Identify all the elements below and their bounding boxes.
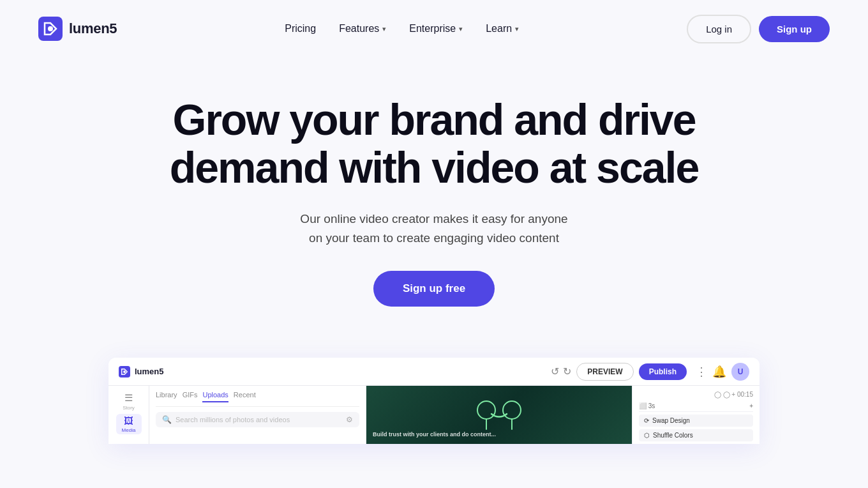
- shuffle-colors-button[interactable]: ⬡ Shuffle Colors: [639, 429, 753, 441]
- nav-actions: Log in Sign up: [687, 15, 830, 43]
- nav-link-enterprise[interactable]: Enterprise ▾: [409, 23, 463, 34]
- size-plus[interactable]: +: [749, 402, 753, 409]
- editor-body: ☰ Story 🖼 Media Library GIFs Uploads Rec…: [108, 386, 760, 444]
- enterprise-chevron-icon: ▾: [459, 25, 463, 33]
- logo-link[interactable]: lumen5: [38, 17, 117, 41]
- swap-design-button[interactable]: ⟳ Swap Design: [639, 415, 753, 427]
- media-label: Media: [122, 427, 136, 433]
- panel-search-bar[interactable]: 🔍 Search millions of photos and videos ⚙: [156, 412, 359, 427]
- editor-topbar: lumen5 ↺ ↻ PREVIEW Publish ⋮ 🔔 U: [108, 358, 760, 386]
- svg-point-5: [503, 401, 521, 419]
- shuffle-colors-label: Shuffle Colors: [653, 432, 693, 439]
- signup-button[interactable]: Sign up: [759, 16, 830, 42]
- svg-point-4: [477, 401, 495, 419]
- editor-time-display: ◯ ◯ + 00:15: [639, 391, 753, 398]
- search-placeholder-text: Search millions of photos and videos: [176, 416, 290, 423]
- story-label: Story: [123, 405, 135, 411]
- svg-point-1: [48, 26, 53, 31]
- swap-design-label: Swap Design: [652, 417, 690, 424]
- panel-tab-library[interactable]: Library: [156, 391, 177, 402]
- editor-notifications-icon[interactable]: 🔔: [712, 365, 726, 379]
- product-preview: lumen5 ↺ ↻ PREVIEW Publish ⋮ 🔔 U ☰ Story: [108, 358, 760, 444]
- nav-links: Pricing Features ▾ Enterprise ▾ Learn ▾: [285, 23, 519, 34]
- editor-canvas: Build trust with your clients and do con…: [366, 386, 632, 444]
- search-icon: 🔍: [162, 415, 172, 424]
- panel-tab-gifs[interactable]: GIFs: [183, 391, 198, 402]
- undo-button[interactable]: ↺: [551, 365, 559, 377]
- features-chevron-icon: ▾: [382, 25, 386, 33]
- canvas-handshake-illustration: [474, 397, 525, 432]
- redo-button[interactable]: ↻: [563, 365, 571, 377]
- sidebar-item-story[interactable]: ☰ Story: [116, 391, 142, 411]
- editor-media-panel: Library GIFs Uploads Recent 🔍 Search mil…: [149, 386, 366, 444]
- svg-point-3: [123, 370, 126, 373]
- panel-tab-recent[interactable]: Recent: [234, 391, 256, 402]
- swap-design-icon: ⟳: [644, 417, 649, 424]
- logo-text: lumen5: [69, 20, 117, 37]
- login-button[interactable]: Log in: [687, 15, 751, 43]
- canvas-content: Build trust with your clients and do con…: [366, 386, 632, 444]
- editor-logo-text: lumen5: [135, 367, 164, 376]
- editor-sidebar: ☰ Story 🖼 Media: [108, 386, 149, 444]
- sidebar-item-media[interactable]: 🖼 Media: [116, 414, 142, 434]
- learn-chevron-icon: ▾: [515, 25, 519, 33]
- hero-section: Grow your brand and drive demand with vi…: [0, 57, 868, 332]
- editor-right-panel: ◯ ◯ + 00:15 ⬜ 3s + ⟳ Swap Design ⬡ Shuff…: [632, 386, 760, 444]
- size-label: ⬜ 3s: [639, 402, 655, 409]
- right-panel-size-row: ⬜ 3s +: [639, 400, 753, 412]
- editor-more-options-icon[interactable]: ⋮: [696, 365, 707, 379]
- editor-actions: ↺ ↻ PREVIEW Publish ⋮ 🔔 U: [551, 363, 749, 381]
- editor-user-avatar[interactable]: U: [731, 363, 749, 381]
- filter-icon[interactable]: ⚙: [346, 415, 353, 424]
- shuffle-colors-icon: ⬡: [644, 432, 650, 439]
- editor-publish-button[interactable]: Publish: [639, 363, 687, 380]
- undo-redo-group: ↺ ↻: [551, 365, 571, 377]
- panel-tabs: Library GIFs Uploads Recent: [156, 391, 359, 407]
- product-preview-wrap: lumen5 ↺ ↻ PREVIEW Publish ⋮ 🔔 U ☰ Story: [0, 332, 868, 444]
- nav-link-features[interactable]: Features ▾: [339, 23, 386, 34]
- hero-subtext: Our online video creator makes it easy f…: [243, 210, 625, 248]
- nav-link-pricing[interactable]: Pricing: [285, 23, 316, 34]
- logo-icon: [38, 17, 63, 41]
- cta-button[interactable]: Sign up free: [373, 271, 495, 307]
- editor-logo-icon: [119, 366, 130, 377]
- nav-link-learn[interactable]: Learn ▾: [486, 23, 519, 34]
- hero-headline: Grow your brand and drive demand with vi…: [147, 96, 721, 192]
- canvas-overlay-text: Build trust with your clients and do con…: [373, 431, 496, 438]
- navbar: lumen5 Pricing Features ▾ Enterprise ▾ L…: [0, 0, 868, 57]
- editor-logo: lumen5: [119, 366, 164, 377]
- panel-tab-uploads[interactable]: Uploads: [202, 391, 228, 402]
- media-icon: 🖼: [124, 415, 133, 426]
- story-icon: ☰: [124, 392, 133, 404]
- editor-preview-button[interactable]: PREVIEW: [576, 363, 633, 381]
